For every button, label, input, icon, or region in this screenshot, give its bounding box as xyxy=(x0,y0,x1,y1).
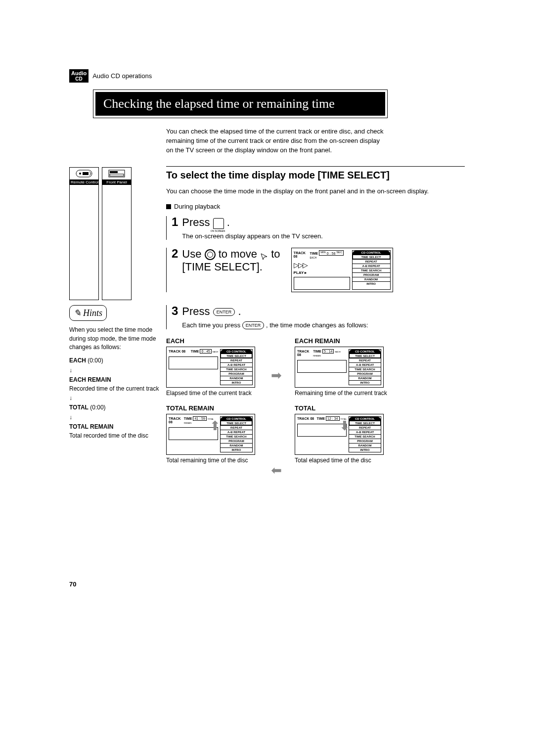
osd-menu-item: RANDOM xyxy=(353,277,390,281)
osd-time-value: MIN 0 : 58 SEC xyxy=(319,250,344,256)
page-number: 70 xyxy=(69,580,76,588)
step-number: 3 xyxy=(172,305,178,317)
enter-button-icon: ENTER xyxy=(242,321,265,329)
step2-to: to xyxy=(271,248,280,260)
intro-text: You can check the elapsed time of the cu… xyxy=(166,127,388,155)
hint-each-remain: EACH REMAIN xyxy=(69,376,111,383)
osd-menu-item: INTRO xyxy=(353,281,390,286)
mode-total: TOTAL TRACK 08 TIME 12 : 34 TOTAL xyxy=(295,404,394,464)
osd-each-remain: TRACK 08 TIME 5 : 14 EACH REMAIN CD CONT… xyxy=(295,347,384,388)
svg-rect-5 xyxy=(110,174,124,176)
hint-total-remain: TOTAL REMAIN xyxy=(69,423,113,430)
header-row: Audio CD Audio CD operations xyxy=(69,69,465,83)
mode-caption: Total remaining time of the disc xyxy=(166,457,265,464)
hints-intro: When you select the time mode during sto… xyxy=(69,326,166,352)
hint-total-remain-desc: Total recorded time of the disc xyxy=(69,432,148,439)
hint-total-val: (0:00) xyxy=(90,404,105,411)
arrow-right-icon: ➡ xyxy=(271,368,282,383)
osd-each: TRACK 08 TIME 0 : 45 EACH CD CONTROL TIM… xyxy=(166,347,255,388)
step3-body-a: Each time you press xyxy=(182,321,240,329)
hint-total: TOTAL xyxy=(69,404,89,411)
step3-body-b: , the time mode changes as follows: xyxy=(266,321,368,329)
step1-press: Press xyxy=(182,216,210,228)
arrow-left-icon: ➡ xyxy=(271,463,282,478)
hints-label: Hints xyxy=(83,307,102,319)
osd-text-area xyxy=(294,277,350,290)
svg-rect-2 xyxy=(83,172,89,175)
step-number: 2 xyxy=(172,248,178,274)
osd-menu: CD CONTROL TIME SELECT REPEAT A-B REPEAT… xyxy=(352,250,391,290)
osd-menu-item: TIME SELECT xyxy=(353,255,390,259)
step1-dot: . xyxy=(227,216,230,228)
badge-top: Audio xyxy=(71,70,87,76)
svg-rect-4 xyxy=(110,171,118,173)
mode-caption: Remaining time of the current track xyxy=(295,390,394,397)
osd-menu-item: PROGRAM xyxy=(353,272,390,277)
fast-forward-icon: ▷▷▷ xyxy=(294,261,350,269)
condition-text: During playback xyxy=(174,203,220,210)
page-title: Checking the elapsed time or remaining t… xyxy=(95,92,385,116)
mode-each: EACH TRACK 08 TIME 0 : 45 EACH xyxy=(166,337,265,397)
step-2: 2 Use to move to [TIME SELECT]. xyxy=(166,248,465,292)
hint-each: EACH xyxy=(69,357,86,364)
down-arrow-icon: ↓ xyxy=(69,394,166,402)
osd-mode-tag: EACH xyxy=(310,256,316,259)
step2-use: Use xyxy=(182,248,201,260)
step2-move: to move xyxy=(219,248,257,260)
joystick-icon xyxy=(205,249,216,260)
mode-caption: Elapsed time of the current track xyxy=(166,390,265,397)
svg-point-1 xyxy=(79,173,81,175)
audio-cd-badge: Audio CD xyxy=(69,69,89,83)
step-1: 1 Press . The on-screen display appears … xyxy=(166,216,465,239)
cursor-icon xyxy=(260,251,268,259)
bullet-square-icon xyxy=(166,204,171,209)
step-number: 1 xyxy=(172,216,178,228)
osd-menu-item: A-B REPEAT xyxy=(353,264,390,268)
step-3: 3 Press ENTER . Each time you press ENTE… xyxy=(166,305,465,329)
down-arrow-icon: ↓ xyxy=(69,413,166,422)
step2-target: [TIME SELECT]. xyxy=(182,261,280,273)
section-title: To select the time display mode [TIME SE… xyxy=(166,170,465,181)
source-icons: Remote Control Front Panel xyxy=(69,166,166,301)
playback-condition: During playback xyxy=(166,203,465,210)
breadcrumb-text: Audio CD operations xyxy=(92,72,152,80)
mode-total-remain: TOTAL REMAIN TRACK 08 TIME 41 : 59 TOTAL… xyxy=(166,404,265,464)
step1-body: The on-screen display appears on the TV … xyxy=(182,232,322,240)
step3-press: Press xyxy=(182,305,210,317)
osd-play-label: PLAY ▸ xyxy=(294,270,350,275)
hint-each-remain-desc: Recorded time of the current track xyxy=(69,385,159,392)
step3-dot: . xyxy=(238,305,241,317)
mode-caption: Total elapsed time of the disc xyxy=(295,457,394,464)
on-screen-button-icon xyxy=(213,218,224,229)
mode-title: TOTAL REMAIN xyxy=(166,404,265,412)
arrow-up-icon: ⬆ xyxy=(210,418,221,434)
osd-display-main: TRACK 08 TIME MIN 0 : 58 SEC EACH ▷▷▷ PL… xyxy=(291,248,393,292)
osd-menu-item: REPEAT xyxy=(353,259,390,264)
mode-title: EACH xyxy=(166,337,265,345)
osd-menu-title: CD CONTROL xyxy=(353,251,390,255)
section-body: You can choose the time mode in the disp… xyxy=(166,187,465,196)
front-panel-icon: Front Panel xyxy=(102,167,132,301)
mode-title: TOTAL xyxy=(295,404,394,412)
arrow-down-icon: ⬇ xyxy=(339,418,350,434)
remote-control-icon: Remote Control xyxy=(69,167,99,301)
badge-bot: CD xyxy=(71,76,87,82)
osd-time-label: TIME xyxy=(310,252,318,255)
enter-button-icon: ENTER xyxy=(213,308,235,316)
mode-cycle-diagram: EACH TRACK 08 TIME 0 : 45 EACH xyxy=(166,337,394,464)
hint-each-val: (0:00) xyxy=(88,357,103,364)
osd-track: TRACK 08 xyxy=(294,251,310,258)
title-block: Checking the elapsed time or remaining t… xyxy=(93,89,388,118)
down-arrow-icon: ↓ xyxy=(69,366,166,375)
hints-badge: ✎ Hints xyxy=(69,305,107,321)
front-panel-label: Front Panel xyxy=(102,179,131,185)
mode-title: EACH REMAIN xyxy=(295,337,394,345)
mode-each-remain: EACH REMAIN TRACK 08 TIME 5 : 14 EACH RE… xyxy=(295,337,394,397)
remote-label: Remote Control xyxy=(70,179,98,185)
osd-menu-item: TIME SEARCH xyxy=(353,268,390,272)
lightbulb-icon: ✎ xyxy=(74,307,81,319)
